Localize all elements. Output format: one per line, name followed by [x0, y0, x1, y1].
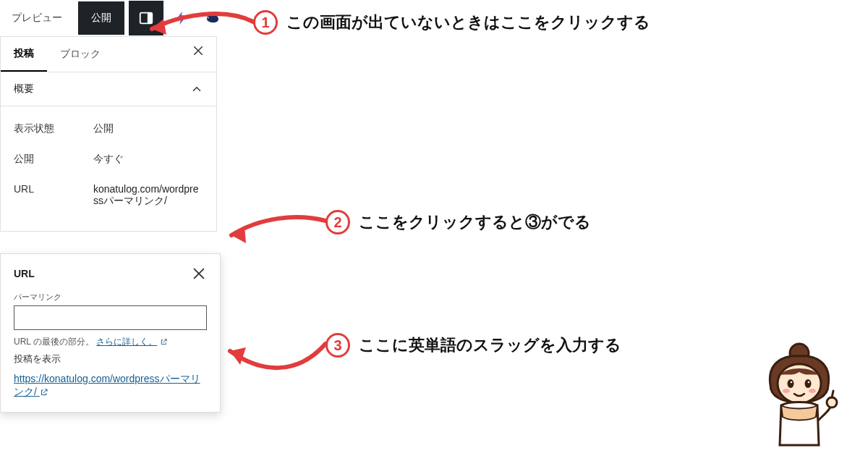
- preview-button[interactable]: プレビュー: [0, 12, 74, 25]
- chevron-up-icon: [190, 83, 203, 96]
- svg-rect-1: [148, 13, 152, 24]
- annotation-number-1: 1: [253, 10, 278, 35]
- panel-icon: [138, 10, 154, 26]
- hint-text: URL の最後の部分。: [14, 337, 94, 347]
- annotation-3: 3 ここに英単語のスラッグを入力する: [326, 333, 621, 358]
- close-icon: [192, 44, 205, 57]
- url-popover: URL パーマリンク URL の最後の部分。 さらに詳しく。 投稿を表示 htt…: [0, 253, 221, 413]
- publish-value: 今すぐ: [93, 153, 203, 166]
- editor-toolbar: プレビュー 公開: [0, 0, 221, 36]
- summary-rows: 表示状態 公開 公開 今すぐ URL konatulog.com/wordpre…: [1, 106, 216, 231]
- sidebar-tabs: 投稿 ブロック: [1, 37, 216, 72]
- annotation-arrow-2: [217, 210, 333, 253]
- svg-point-2: [208, 17, 209, 18]
- annotation-1-text: この画面が出ていないときはここをクリックする: [286, 13, 650, 31]
- sidebar-close-button[interactable]: [192, 44, 209, 62]
- row-url[interactable]: URL konatulog.com/wordpressパーマリンク/: [14, 174, 203, 216]
- external-link-icon: [40, 388, 48, 397]
- annotation-2: 2 ここをクリックすると③がでる: [326, 210, 591, 235]
- annotation-1: 1 この画面が出ていないときはここをクリックする: [253, 10, 650, 35]
- annotation-number-2: 2: [326, 210, 350, 235]
- close-icon: [191, 266, 207, 282]
- popover-title: URL: [14, 268, 35, 279]
- section-summary-label: 概要: [14, 83, 34, 96]
- whale-icon: [201, 12, 221, 25]
- annotation-arrow-3: [217, 333, 333, 384]
- row-publish[interactable]: 公開 今すぐ: [14, 144, 203, 174]
- annotation-3-text: ここに英単語のスラッグを入力する: [359, 336, 621, 354]
- publish-label: 公開: [14, 153, 93, 166]
- svg-point-13: [809, 389, 816, 393]
- publish-button[interactable]: 公開: [78, 1, 124, 35]
- settings-panel-toggle[interactable]: [129, 1, 163, 35]
- permalink-hint: URL の最後の部分。 さらに詳しく。: [14, 336, 207, 348]
- view-post-label: 投稿を表示: [14, 352, 207, 366]
- section-summary-toggle[interactable]: 概要: [1, 72, 216, 106]
- svg-marker-4: [231, 226, 246, 243]
- svg-point-8: [788, 379, 794, 388]
- tab-post[interactable]: 投稿: [1, 37, 47, 72]
- svg-point-14: [827, 397, 837, 408]
- learn-more-link[interactable]: さらに詳しく。: [96, 337, 157, 347]
- character-illustration: [752, 340, 846, 449]
- svg-point-12: [783, 389, 790, 393]
- visibility-label: 表示状態: [14, 122, 93, 135]
- permalink-input[interactable]: [14, 305, 207, 330]
- url-label: URL: [14, 183, 93, 208]
- url-value: konatulog.com/wordpressパーマリンク/: [93, 183, 203, 208]
- tab-block[interactable]: ブロック: [47, 38, 114, 71]
- visibility-value: 公開: [93, 122, 203, 135]
- svg-point-9: [805, 379, 812, 388]
- annotation-2-text: ここをクリックすると③がでる: [359, 213, 591, 231]
- post-settings-sidebar: 投稿 ブロック 概要 表示状態 公開 公開 今すぐ URL konatulog.…: [0, 36, 217, 232]
- svg-point-11: [808, 381, 810, 384]
- bolt-icon: [174, 10, 190, 26]
- row-visibility[interactable]: 表示状態 公開: [14, 114, 203, 144]
- svg-point-10: [791, 381, 793, 384]
- svg-marker-5: [230, 347, 246, 365]
- annotation-number-3: 3: [326, 333, 350, 358]
- permalink-link[interactable]: https://konatulog.com/wordpressパーマリンク/: [14, 373, 207, 399]
- popover-close-button[interactable]: [191, 266, 207, 282]
- external-link-icon: [160, 338, 168, 346]
- permalink-field-label: パーマリンク: [14, 292, 207, 303]
